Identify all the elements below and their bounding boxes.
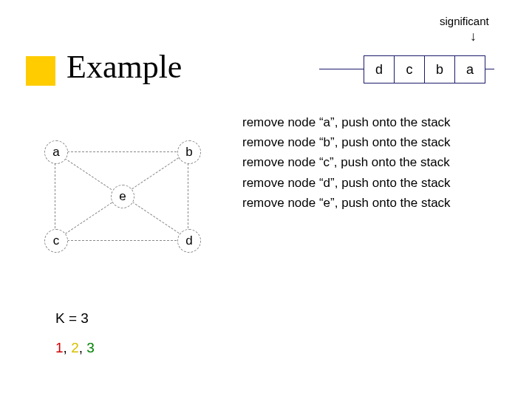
graph-edge (132, 157, 179, 189)
graph-diagram: abecd (44, 126, 207, 251)
graph-edge (67, 240, 177, 241)
graph-edge (67, 151, 177, 152)
graph-node-e: e (111, 185, 134, 208)
action-list: remove node “a”, push onto the stackremo… (242, 112, 451, 213)
action-line: remove node “e”, push onto the stack (242, 193, 451, 213)
stack-cell: c (395, 55, 425, 83)
stack-cell: d (364, 55, 395, 83)
graph-edge (65, 202, 112, 234)
palette-color: 2 (71, 340, 79, 355)
graph-node-a: a (44, 140, 68, 164)
graph-edge (188, 163, 188, 228)
action-line: remove node “c”, push onto the stack (242, 152, 451, 172)
stack-cells: dcba (364, 55, 485, 83)
graph-node-b: b (177, 140, 201, 164)
annotation-significant: significant (440, 15, 489, 27)
graph-edge (132, 202, 179, 233)
action-line: remove node “a”, push onto the stack (242, 112, 451, 132)
color-palette: 1, 2, 3 (55, 340, 95, 356)
palette-color: 3 (86, 340, 95, 355)
graph-edge (55, 163, 55, 228)
down-arrow-icon: ↓ (470, 30, 477, 43)
graph-edge (65, 158, 112, 190)
k-label: K = 3 (55, 310, 89, 327)
palette-color: 1 (55, 340, 64, 355)
title-accent (26, 56, 55, 86)
stack-cell: a (455, 55, 485, 83)
stack-cell: b (425, 55, 455, 83)
graph-node-d: d (177, 229, 201, 253)
slide-title: Example (66, 48, 182, 86)
graph-node-c: c (44, 229, 68, 253)
stack-tail-line (485, 69, 494, 69)
action-line: remove node “d”, push onto the stack (242, 173, 451, 193)
stack-row: dcba (319, 55, 494, 83)
stack-lead-line (319, 69, 364, 69)
action-line: remove node “b”, push onto the stack (242, 132, 451, 152)
